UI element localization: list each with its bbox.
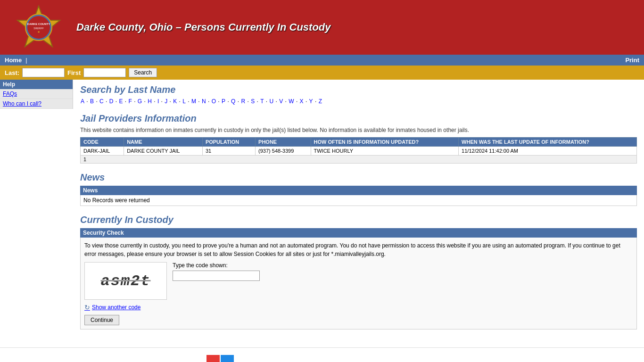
home-link[interactable]: Home <box>5 57 22 64</box>
jail-table-cell: (937) 548-3399 <box>256 147 311 156</box>
sheriff-badge-icon: DARKE COUNTY SHERIFF ★ <box>15 4 62 51</box>
last-label: Last: <box>5 69 19 76</box>
jail-table-body: DARK-JAILDARKE COUNTY JAIL31(937) 548-33… <box>81 147 637 156</box>
last-name-input[interactable] <box>22 68 65 77</box>
news-heading: News <box>80 172 637 183</box>
news-section: News News No Records were returned <box>80 172 637 206</box>
nav-separator: | <box>25 57 27 64</box>
alphabet-link-a[interactable]: A <box>81 98 84 105</box>
alphabet-link-g[interactable]: G <box>138 98 142 105</box>
jail-table-col-when_was_the_last_update_of_information_: WHEN WAS THE LAST UPDATE OF INFORMATION? <box>459 138 637 147</box>
jail-table-col-how_often_is_information_updated_: HOW OFTEN IS INFORMATION UPDATED? <box>311 138 459 147</box>
montgomery-logo-icon: MONTGOMERY COUNTY <box>206 355 235 362</box>
jail-providers-table: CODENAMEPOPULATIONPHONEHOW OFTEN IS INFO… <box>80 137 637 164</box>
jail-table-cell: 11/12/2024 11:42:00 AM <box>459 147 637 156</box>
alphabet-link-k[interactable]: K <box>173 98 177 105</box>
alphabet-link-v[interactable]: V <box>279 98 283 105</box>
security-bar: Security Check <box>80 228 637 238</box>
custody-section: Currently In Custody Security Check To v… <box>80 214 637 329</box>
alphabet-link-m[interactable]: M <box>191 98 196 105</box>
jail-providers-heading: Jail Providers Information <box>80 113 637 124</box>
title-area: Darke County, Ohio – Persons Currently I… <box>72 21 638 33</box>
captcha-image: asm2t <box>84 262 167 300</box>
sidebar: Help FAQs Who can I call? <box>0 80 73 109</box>
alphabet-link-p[interactable]: P <box>222 98 225 105</box>
alphabet-link-b[interactable]: B <box>90 98 94 105</box>
search-bar: Last: First Search <box>0 66 644 80</box>
svg-rect-7 <box>221 355 234 362</box>
security-text: To view those currently in custody, you … <box>84 241 633 258</box>
footer: MONTGOMERY COUNTY ©2001- 2024 Board of C… <box>0 347 644 362</box>
alphabet-link-i[interactable]: I <box>157 98 159 105</box>
security-box: To view those currently in custody, you … <box>80 238 637 329</box>
print-link[interactable]: Print <box>625 57 639 64</box>
jail-table-col-population: POPULATION <box>202 138 255 147</box>
jail-table-cell: DARKE COUNTY JAIL <box>124 147 203 156</box>
nav-bar: Home | Print <box>0 55 644 66</box>
alphabet-link-q[interactable]: Q <box>231 98 235 105</box>
alphabet-link-h[interactable]: H <box>148 98 152 105</box>
refresh-icon: ↻ <box>84 304 90 311</box>
sidebar-heading: Help <box>0 80 73 89</box>
alphabet-link-d[interactable]: D <box>109 98 114 105</box>
jail-table-col-code: CODE <box>81 138 124 147</box>
search-by-name-section: Search by Last Name A · B · C · D · E · … <box>80 84 637 105</box>
jail-table-header-row: CODENAMEPOPULATIONPHONEHOW OFTEN IS INFO… <box>81 138 637 147</box>
svg-rect-6 <box>206 355 220 362</box>
footer-logo: MONTGOMERY COUNTY <box>206 355 235 362</box>
alphabet-link-n[interactable]: N <box>202 98 206 105</box>
news-no-records: No Records were returned <box>80 195 637 206</box>
alphabet-link-r[interactable]: R <box>241 98 245 105</box>
svg-text:DARKE COUNTY: DARKE COUNTY <box>27 23 50 25</box>
nav-left: Home | <box>5 57 27 64</box>
logo-area: DARKE COUNTY SHERIFF ★ <box>6 4 72 51</box>
jail-table-footer-row: 1 <box>81 156 637 164</box>
jail-table-cell: TWICE HOURLY <box>311 147 459 156</box>
alphabet-link-c[interactable]: C <box>99 98 104 105</box>
jail-table-footer-cell: 1 <box>81 156 637 164</box>
layout: Help FAQs Who can I call? Search by Last… <box>0 80 644 343</box>
alphabet-link-z[interactable]: Z <box>319 98 322 105</box>
jail-providers-desc: This website contains information on inm… <box>80 127 637 133</box>
jail-table-col-phone: PHONE <box>256 138 311 147</box>
alphabet-link-x[interactable]: X <box>300 98 304 105</box>
main-content: Search by Last Name A · B · C · D · E · … <box>73 80 644 343</box>
page-header: DARKE COUNTY SHERIFF ★ Darke County, Ohi… <box>0 0 644 55</box>
alphabet-link-w[interactable]: W <box>289 98 294 105</box>
captcha-right: Type the code shown: <box>173 262 260 281</box>
sidebar-item-faqs[interactable]: FAQs <box>0 89 73 99</box>
continue-button[interactable]: Continue <box>84 315 119 325</box>
page-title: Darke County, Ohio – Persons Currently I… <box>76 21 331 33</box>
captcha-label: Type the code shown: <box>173 262 260 269</box>
show-another-label: Show another code <box>92 304 140 311</box>
alphabet-link-y[interactable]: Y <box>309 98 313 105</box>
jail-table-cell: DARK-JAIL <box>81 147 124 156</box>
captcha-area: asm2t Type the code shown: <box>84 262 633 300</box>
first-label: First <box>67 69 81 76</box>
alphabet-link-t[interactable]: T <box>260 98 264 105</box>
news-sub-heading: News <box>80 186 637 195</box>
alphabet-link-u[interactable]: U <box>270 98 274 105</box>
svg-text:SHERIFF: SHERIFF <box>33 27 43 30</box>
alphabet-link-s[interactable]: S <box>251 98 255 105</box>
show-another-code[interactable]: ↻ Show another code <box>84 304 633 311</box>
captcha-input[interactable] <box>173 271 260 281</box>
search-button[interactable]: Search <box>129 68 157 77</box>
alphabet-link-j[interactable]: J <box>165 98 167 105</box>
alphabet-link-l[interactable]: L <box>182 98 186 105</box>
jail-table-cell: 31 <box>202 147 255 156</box>
alphabet-link-e[interactable]: E <box>119 98 123 105</box>
svg-text:★: ★ <box>37 30 40 33</box>
jail-table-row: DARK-JAILDARKE COUNTY JAIL31(937) 548-33… <box>81 147 637 156</box>
alphabet-link-o[interactable]: O <box>212 98 216 105</box>
alphabet-link-f[interactable]: F <box>128 98 132 105</box>
search-section-heading: Search by Last Name <box>80 84 637 95</box>
jail-providers-section: Jail Providers Information This website … <box>80 113 637 164</box>
first-name-input[interactable] <box>83 68 126 77</box>
custody-heading: Currently In Custody <box>80 214 637 225</box>
jail-table-col-name: NAME <box>124 138 203 147</box>
alphabet-links: A · B · C · D · E · F · G · H · I · J · … <box>80 98 637 105</box>
sidebar-item-who-can-i-call[interactable]: Who can I call? <box>0 99 73 109</box>
